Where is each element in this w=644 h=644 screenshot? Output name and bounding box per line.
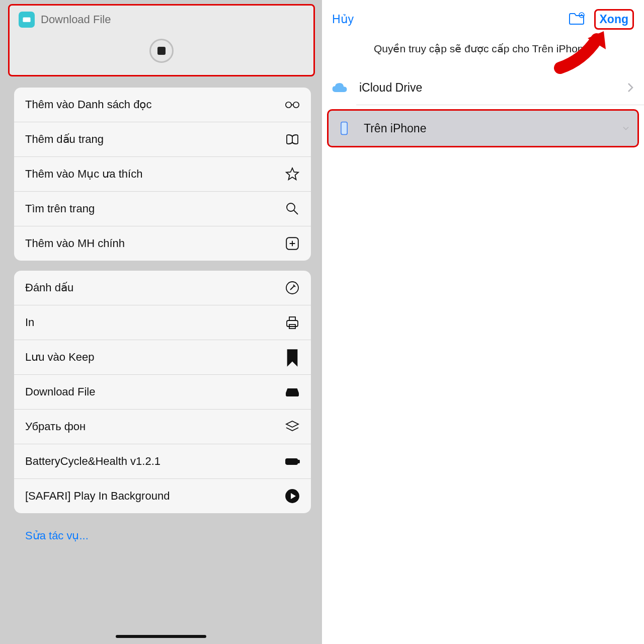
chevron-down-icon [622,123,629,134]
book-icon [285,132,300,147]
stop-button[interactable] [149,39,174,63]
action-battery-cycle[interactable]: BatteryCycle&Health v1.2.1 [14,444,311,479]
file-picker-pane: Hủy Xong Quyền truy cập sẽ được cấp cho … [322,0,644,644]
svg-rect-16 [342,123,346,134]
action-play-background[interactable]: [SAFARI] Play In Background [14,479,311,513]
item-label: Thêm vào Mục ưa thích [25,168,142,181]
item-label: Thêm dấu trang [25,133,104,146]
svg-point-3 [293,102,299,107]
item-label: Download File [25,385,95,398]
location-label: iCloud Drive [359,81,617,95]
play-circle-icon [285,489,300,504]
svg-point-2 [286,102,291,107]
done-button[interactable]: Xong [594,9,634,30]
share-sheet-pane: Download File Thêm vào Danh sách đọc Thê… [0,0,322,644]
glasses-icon [285,97,300,112]
svg-rect-8 [289,317,295,320]
location-list: iCloud Drive Trên iPhone [322,70,644,147]
item-label: Thêm vào MH chính [25,237,125,250]
home-indicator [116,635,206,638]
item-label: Đánh dấu [25,281,73,294]
action-find-on-page[interactable]: Tìm trên trang [14,192,311,226]
action-bookmark[interactable]: Thêm dấu trang [14,122,311,157]
svg-rect-10 [286,393,298,396]
edit-actions-link[interactable]: Sửa tác vụ... [14,523,311,542]
item-label: BatteryCycle&Health v1.2.1 [25,455,160,468]
action-group-2: Đánh dấu In Lưu vào Keep Download File [14,271,311,513]
nav-bar: Hủy Xong [322,0,644,34]
svg-rect-7 [287,320,298,327]
bookmark-icon [285,350,300,365]
chevron-right-icon [627,82,634,93]
arrow-annotation [552,30,613,75]
location-label: Trên iPhone [364,122,612,135]
app-drive-icon [19,12,35,28]
item-label: [SAFARI] Play In Background [25,490,170,503]
app-title-row: Download File [19,12,304,28]
star-icon [285,167,300,182]
item-label: In [25,316,34,329]
action-save-keep[interactable]: Lưu vào Keep [14,340,311,375]
stop-row [19,39,304,63]
drive-icon [285,384,300,399]
plus-square-icon [285,236,300,251]
svg-point-4 [287,203,295,211]
app-title: Download File [41,13,111,26]
item-label: Thêm vào Danh sách đọc [25,98,151,111]
action-print[interactable]: In [14,305,311,340]
svg-rect-11 [286,458,297,464]
location-on-iphone[interactable]: Trên iPhone [327,109,639,147]
cloud-icon [330,78,349,97]
battery-icon [285,454,300,469]
iphone-icon [335,119,354,138]
svg-rect-12 [298,460,299,463]
item-label: Lưu vào Keep [25,351,95,364]
cancel-button[interactable]: Hủy [332,13,354,26]
action-add-home[interactable]: Thêm vào MH chính [14,226,311,261]
stop-icon [157,47,166,55]
app-header-highlight: Download File [8,4,315,76]
action-reading-list[interactable]: Thêm vào Danh sách đọc [14,88,311,122]
item-label: Tìm trên trang [25,202,95,215]
markup-icon [285,280,300,295]
search-icon [285,201,300,216]
action-markup[interactable]: Đánh dấu [14,271,311,305]
print-icon [285,315,300,330]
new-folder-button[interactable] [568,12,585,28]
action-remove-bg[interactable]: Убрать фон [14,410,311,444]
divider [356,105,644,105]
action-favorite[interactable]: Thêm vào Mục ưa thích [14,157,311,192]
svg-rect-1 [23,20,31,22]
action-group-1: Thêm vào Danh sách đọc Thêm dấu trang Th… [14,88,311,261]
item-label: Убрать фон [25,420,86,433]
layers-icon [285,419,300,434]
action-download-file[interactable]: Download File [14,375,311,410]
